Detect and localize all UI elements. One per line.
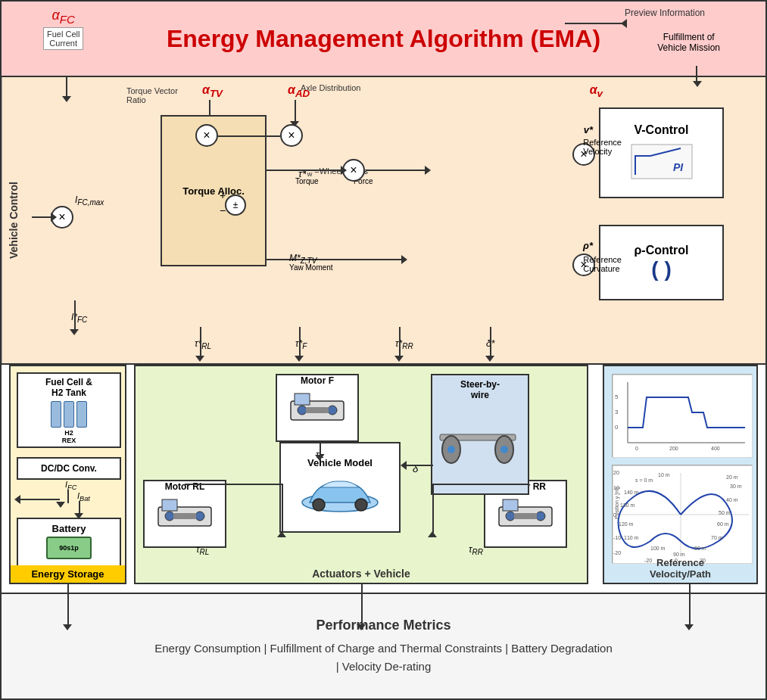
svg-text:20 m: 20 m [726, 474, 738, 480]
metrics-line2: | Velocity De-rating [336, 660, 432, 673]
actuators-down-line [361, 584, 363, 626]
i-fc-arrow [56, 502, 65, 508]
svg-text:100 m: 100 m [650, 546, 666, 551]
battery-visual: 90s1p [46, 537, 92, 559]
tau-rr-arrow [394, 356, 404, 362]
svg-text:110 m: 110 m [624, 535, 639, 540]
fulfillment-arrow [693, 81, 702, 87]
energy-down-line [67, 584, 69, 626]
tank-bar-2 [64, 401, 74, 428]
svg-text:400: 400 [711, 446, 720, 451]
svg-text:0: 0 [635, 446, 638, 451]
svg-point-23 [447, 446, 455, 453]
svg-rect-13 [503, 499, 518, 511]
reference-box: 5 3 0 0 200 400 20 m 30 m 40 m 50 m [603, 365, 758, 584]
svg-rect-8 [162, 499, 177, 511]
mztv-arrow [401, 255, 407, 264]
svg-text:140 m: 140 m [624, 490, 639, 495]
rex-label: REX [62, 437, 76, 444]
svg-rect-3 [295, 394, 310, 405]
ifc-arrow [51, 213, 57, 222]
svg-text:60 m: 60 m [717, 521, 729, 527]
velocity-chart: 5 3 0 0 200 400 [612, 374, 752, 457]
motor-rl-icon [154, 492, 215, 530]
steer-svg [432, 400, 523, 476]
motor-f-icon [287, 386, 348, 424]
line-tv-ad [218, 135, 280, 137]
f-star-arrow [425, 166, 431, 175]
svg-rect-25 [613, 375, 753, 458]
actuators-box: Motor F Motor RL Motor RR [134, 365, 588, 584]
ifc-h-line [32, 216, 52, 218]
fuel-cell-title: Fuel Cell &H2 Tank [45, 377, 92, 398]
i-fc-line [67, 490, 69, 503]
tau-rl-line [200, 327, 201, 357]
multiply-circle-ad: × [280, 124, 303, 147]
i-fc-left-arrow [14, 495, 20, 504]
preview-info: Preview Information [625, 8, 705, 18]
path-chart: 20 m 30 m 40 m 50 m 60 m 70 m 80 m 90 m … [612, 465, 752, 563]
motor-f-title: Motor F [301, 375, 334, 386]
rho-star-label: ρ* [583, 240, 593, 251]
tau-rr-vert-line [432, 484, 434, 533]
tau-arrow [341, 166, 347, 175]
delta-arrow [401, 461, 407, 470]
svg-point-10 [195, 512, 204, 521]
tau-rl-inner-line [185, 484, 283, 485]
svg-text:120 m: 120 m [619, 521, 634, 527]
tau-rr-line [399, 327, 401, 357]
vehicle-model-box: Vehicle Model [279, 442, 401, 533]
svg-point-15 [536, 512, 545, 521]
svg-rect-6 [306, 407, 329, 413]
svg-point-14 [506, 512, 515, 521]
ifc-star-arrow [70, 329, 79, 335]
tau-rl-star: τ*RL [195, 338, 211, 350]
rho-control-title: ρ-Control [634, 244, 688, 257]
svg-text:40 m: 40 m [726, 497, 738, 502]
actuators-label: Actuators + Vehicle [136, 565, 587, 583]
dcdc-box: DC/DC Conv. [17, 457, 121, 480]
ifc-star-line [74, 300, 76, 331]
svg-text:130 m: 130 m [620, 502, 635, 508]
svg-text:200: 200 [669, 446, 678, 451]
tau-f-inner-line [320, 442, 321, 456]
svg-text:3: 3 [615, 409, 619, 415]
ref-velocity-label: ReferenceVelocity [583, 138, 622, 156]
svg-rect-16 [514, 513, 537, 519]
rho-brackets: ( ) [651, 257, 671, 282]
fulfillment-label: Fulfillment ofVehicle Mission [657, 32, 720, 53]
alpha-ad-line [295, 100, 296, 123]
ema-header: αFC Fuel CellCurrent Energy Management A… [2, 2, 765, 77]
dcdc-label: DC/DC Conv. [41, 463, 97, 474]
svg-point-4 [298, 406, 307, 415]
svg-text:Position y [m]: Position y [m] [614, 487, 620, 519]
svg-text:50 m: 50 m [719, 510, 731, 515]
svg-text:70 m: 70 m [711, 535, 723, 540]
ifc-max-label: IFC,max [75, 194, 104, 207]
svg-point-24 [500, 446, 508, 453]
vehicle-control-label: Vehicle Control [2, 77, 24, 363]
steer-box: Steer-by-wire [431, 374, 529, 495]
i-fc-left-line [18, 499, 60, 500]
battery-title: Battery [52, 523, 86, 534]
tau-rl-vert-line [282, 484, 283, 533]
alpha-ad: αAD [288, 83, 310, 99]
tau-rl-label: τRL [196, 544, 209, 556]
torque-label: Torque [295, 177, 319, 185]
performance-metrics: Energy Consumption | Fulfillment of Char… [154, 639, 612, 676]
tank-bar-1 [51, 401, 61, 428]
ref-down-line [689, 584, 691, 626]
svg-text:-10: -10 [613, 535, 621, 540]
h2-label: H2 [64, 429, 73, 437]
tau-rr-label: τRR [469, 544, 483, 556]
alpha-tv: αTV [202, 83, 223, 99]
delta-line [404, 465, 433, 466]
minus-label: − [220, 204, 226, 216]
svg-point-5 [328, 406, 337, 415]
energy-storage-label: Energy Storage [11, 565, 125, 583]
vehicle-control-area: Vehicle Control Torque VectorRatio αTV A… [2, 77, 765, 365]
delta-star-line [490, 327, 491, 357]
svg-text:5: 5 [615, 394, 619, 400]
alpha-fc-label: Fuel CellCurrent [43, 27, 83, 50]
tau-rl-arrow [195, 356, 204, 362]
